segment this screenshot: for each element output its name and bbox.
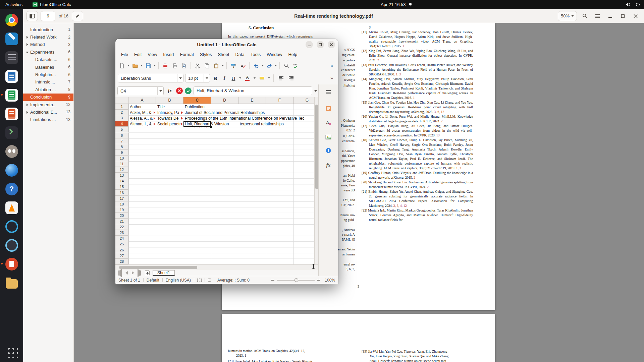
close-button[interactable] [631,11,641,21]
cell-B1[interactable]: Title [157,105,165,109]
outline-item-related-work[interactable]: Related Work2 [23,33,73,41]
chevron-down-icon[interactable] [268,77,270,79]
menu-sheet[interactable]: Sheet [215,51,232,59]
dock-item-terminal[interactable] [4,125,19,140]
add-sheet-button[interactable] [145,270,150,275]
cell-E4[interactable]: terpersonal relationships [240,122,284,126]
align-left-button[interactable] [277,74,285,82]
citation-page-links[interactable]: 2 [427,185,429,189]
new-document-button[interactable] [118,61,126,70]
dock-item-ring-app-1[interactable] [4,219,19,234]
citation-page-links[interactable]: 2 [377,58,379,62]
cell-C1[interactable]: Publication [185,105,205,109]
chevron-down-icon[interactable] [154,65,156,66]
vertical-scrollbar[interactable] [314,97,318,264]
row-header-9[interactable]: 9 [115,150,128,156]
dock-item-files[interactable] [4,275,19,291]
citation-page-links[interactable]: 1, 3 [456,166,461,170]
minimize-button[interactable] [605,11,615,21]
row-header-5[interactable]: 5 [115,127,128,132]
bold-button[interactable]: B [212,74,219,82]
cell-B2[interactable]: Intimacy, Pa [157,110,182,115]
undo-button[interactable] [252,61,260,70]
outline-item-limitations[interactable]: Limitations ...13 [23,116,73,123]
row-header-4[interactable]: 4 [115,121,128,127]
name-box-dropdown[interactable] [157,87,163,95]
menu-edit[interactable]: Edit [131,51,145,59]
font-size-dropdown[interactable] [204,74,210,82]
row-header-12[interactable]: 12 [115,167,128,173]
formula-input-line[interactable]: Holt, Rinehart & Winston [194,86,312,95]
zoom-slider-handle[interactable] [294,278,298,282]
sidebar-toggle-button[interactable] [26,11,38,21]
cut-button[interactable] [193,61,202,70]
citation-page-links[interactable]: 1, 3 [396,72,401,76]
row-header-19[interactable]: 19 [115,207,128,213]
fill-handle[interactable] [210,126,212,128]
row-header-28[interactable]: 28 [115,259,128,264]
menu-styles[interactable]: Styles [197,51,215,59]
align-right-button[interactable] [287,74,295,82]
first-sheet-button[interactable] [117,270,123,275]
chevron-down-icon[interactable] [254,77,256,79]
selection-mode-icon[interactable] [197,279,202,282]
export-pdf-button[interactable] [161,61,169,70]
function-wizard-button[interactable]: fx [166,87,174,95]
menu-help[interactable]: Help [285,51,300,59]
dock-item-help[interactable] [4,181,19,197]
dock-item-vscode[interactable] [4,31,19,47]
italic-button[interactable]: I [221,74,228,82]
calc-minimize-button[interactable] [306,41,313,48]
cell-C3[interactable]: Proceedings of the 16th International Co… [185,116,304,121]
row-header-24[interactable]: 24 [115,236,128,241]
page-number-input[interactable]: 9 [41,11,55,21]
outline-item-experiments[interactable]: Experiments6 [23,48,73,56]
outline-item-conclusion[interactable]: Conclusion9 [23,94,73,101]
sidebar-functions-tab[interactable]: fx [324,160,333,170]
dock-item-gimp[interactable] [4,143,19,159]
column-header-F[interactable]: F [266,97,293,104]
row-header-11[interactable]: 11 [115,161,128,167]
zoom-out-button[interactable] [271,280,274,281]
row-header-26[interactable]: 26 [115,247,128,253]
chevron-down-icon[interactable] [275,65,277,66]
chevron-down-icon[interactable] [141,65,143,66]
row-header-21[interactable]: 21 [115,219,128,224]
row-header-7[interactable]: 7 [115,138,128,144]
row-header-1[interactable]: 1 [115,104,128,110]
column-header-G[interactable]: G [293,97,314,104]
search-button[interactable] [580,11,590,21]
dock-item-chrome[interactable] [4,12,19,28]
font-color-button[interactable]: A [243,74,252,82]
row-header-20[interactable]: 20 [115,213,128,219]
row-header-18[interactable]: 18 [115,201,128,207]
row-header-6[interactable]: 6 [115,133,128,138]
outline-item-implementa[interactable]: Implementa...12 [23,101,73,108]
cell-B4[interactable]: Social penetr [157,122,182,126]
select-all-corner[interactable] [115,97,128,104]
sidebar-properties-tab[interactable] [324,104,333,113]
expand-formula-bar-icon[interactable] [314,90,317,92]
row-header-8[interactable]: 8 [115,144,128,150]
vertical-scrollbar-thumb[interactable] [315,105,318,189]
sidebar-styles-tab[interactable]: A [324,118,333,127]
horizontal-scrollbar-thumb[interactable] [119,266,197,269]
previous-sheet-button[interactable] [124,270,129,275]
annotate-button[interactable] [72,11,83,21]
open-button[interactable] [131,61,139,70]
paste-button[interactable] [212,61,220,70]
outline-item-method[interactable]: Method3 [23,41,73,48]
chevron-right-icon[interactable] [26,103,29,106]
column-header-D[interactable]: D [211,97,238,104]
calc-close-button[interactable] [328,41,335,48]
font-name-combobox[interactable]: Liberation Sans [118,74,183,82]
clear-formatting-button[interactable]: A [238,61,247,70]
row-header-16[interactable]: 16 [115,190,128,196]
row-header-15[interactable]: 15 [115,184,128,190]
cell-C2[interactable]: Journal of Social and Personal Relations… [185,110,265,115]
dock-item-vlc[interactable] [4,200,19,216]
restore-button[interactable] [618,11,628,21]
font-name-dropdown[interactable] [177,74,183,82]
calc-title-bar[interactable]: Untitled 1 - LibreOffice Calc [115,39,338,50]
sidebar-gallery-tab[interactable] [324,132,333,142]
